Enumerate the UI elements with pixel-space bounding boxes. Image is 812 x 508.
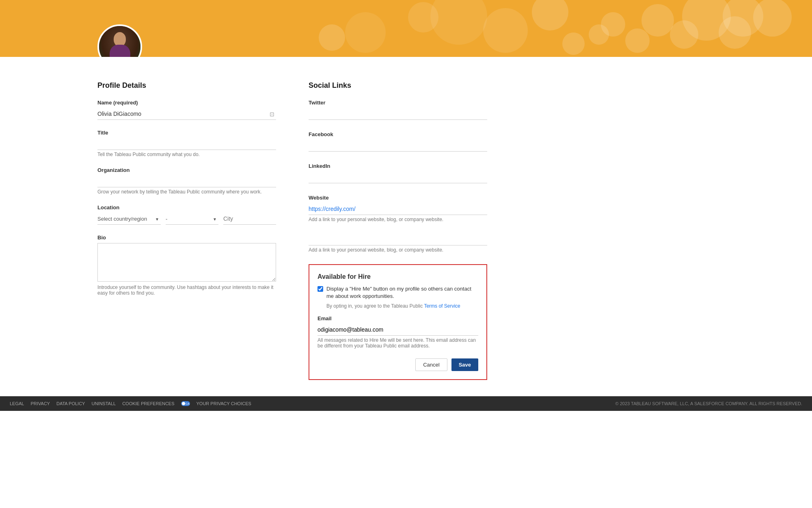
profile-details-title: Profile Details bbox=[97, 81, 276, 90]
website-label: Website bbox=[309, 195, 487, 201]
email-group: Email All messages related to Hire Me wi… bbox=[317, 315, 478, 349]
footer-uninstall[interactable]: UNINSTALL bbox=[91, 401, 116, 406]
twitter-group: Twitter bbox=[309, 100, 487, 120]
linkedin-label: LinkedIn bbox=[309, 163, 487, 169]
email-input[interactable] bbox=[317, 324, 478, 336]
website2-group: Add a link to your personal website, blo… bbox=[309, 234, 487, 253]
avatar-image bbox=[99, 26, 140, 57]
footer-privacy[interactable]: PRIVACY bbox=[30, 401, 50, 406]
footer-cookie-pref[interactable]: COOKIE PREFERENCES bbox=[122, 401, 174, 406]
title-label: Title bbox=[97, 130, 276, 136]
website2-hint: Add a link to your personal website, blo… bbox=[309, 247, 487, 253]
city-wrapper bbox=[223, 213, 276, 225]
region-wrapper: - ▼ bbox=[166, 213, 218, 225]
country-select[interactable]: Select country/region bbox=[97, 213, 161, 225]
cancel-button[interactable]: Cancel bbox=[415, 358, 447, 371]
org-hint: Grow your network by telling the Tableau… bbox=[97, 189, 276, 195]
svg-text:CA: CA bbox=[186, 402, 190, 405]
available-for-hire-box: Available for Hire Display a "Hire Me" b… bbox=[309, 264, 487, 380]
footer-links: LEGAL PRIVACY DATA POLICY UNINSTALL COOK… bbox=[10, 401, 251, 406]
clear-icon[interactable]: ⊡ bbox=[270, 111, 274, 117]
linkedin-input[interactable] bbox=[309, 172, 487, 183]
website2-input[interactable] bbox=[309, 234, 487, 245]
hire-checkbox-label: Display a "Hire Me" button on my profile… bbox=[326, 285, 478, 300]
name-input[interactable] bbox=[97, 108, 276, 120]
hire-actions: Cancel Save bbox=[317, 358, 478, 371]
email-hint: All messages related to Hire Me will be … bbox=[317, 337, 478, 349]
location-row: Select country/region ▼ - ▼ bbox=[97, 213, 276, 225]
hire-checkbox[interactable] bbox=[317, 286, 323, 292]
org-group: Organization Grow your network by tellin… bbox=[97, 167, 276, 195]
main-content: Profile Details Name (required) ⊡ Title … bbox=[0, 57, 812, 396]
social-links-title: Social Links bbox=[309, 81, 487, 90]
location-label: Location bbox=[97, 204, 276, 211]
twitter-label: Twitter bbox=[309, 100, 487, 106]
hire-checkbox-row: Display a "Hire Me" button on my profile… bbox=[317, 285, 478, 300]
region-select[interactable]: - bbox=[166, 213, 218, 225]
svg-point-1 bbox=[182, 402, 185, 405]
avatar-wrapper bbox=[97, 24, 142, 57]
name-group: Name (required) ⊡ bbox=[97, 100, 276, 120]
facebook-input[interactable] bbox=[309, 140, 487, 152]
footer-data-policy[interactable]: DATA POLICY bbox=[56, 401, 85, 406]
name-input-wrapper: ⊡ bbox=[97, 108, 276, 120]
bio-group: Bio Introduce yourself to the community.… bbox=[97, 234, 276, 296]
footer: LEGAL PRIVACY DATA POLICY UNINSTALL COOK… bbox=[0, 396, 812, 411]
website-hint: Add a link to your personal website, blo… bbox=[309, 217, 487, 222]
city-input[interactable] bbox=[223, 213, 276, 225]
hire-title: Available for Hire bbox=[317, 273, 478, 280]
country-wrapper: Select country/region ▼ bbox=[97, 213, 161, 225]
facebook-group: Facebook bbox=[309, 131, 487, 152]
org-label: Organization bbox=[97, 167, 276, 173]
name-label: Name (required) bbox=[97, 100, 276, 106]
header-banner bbox=[0, 0, 812, 57]
linkedin-group: LinkedIn bbox=[309, 163, 487, 183]
email-label: Email bbox=[317, 315, 478, 321]
avatar bbox=[97, 24, 142, 57]
privacy-icon: CA bbox=[181, 401, 190, 406]
save-button[interactable]: Save bbox=[451, 358, 478, 371]
twitter-input[interactable] bbox=[309, 108, 487, 120]
website-group: Website https://credily.com/ Add a link … bbox=[309, 195, 487, 222]
location-group: Location Select country/region ▼ - ▼ bbox=[97, 204, 276, 225]
facebook-label: Facebook bbox=[309, 131, 487, 137]
bio-textarea[interactable] bbox=[97, 243, 276, 282]
title-group: Title Tell the Tableau Public community … bbox=[97, 130, 276, 157]
hire-tos-text: By opting in, you agree to the Tableau P… bbox=[326, 303, 478, 309]
tos-link[interactable]: Terms of Service bbox=[424, 303, 460, 309]
org-input[interactable] bbox=[97, 176, 276, 187]
profile-details-section: Profile Details Name (required) ⊡ Title … bbox=[97, 81, 276, 380]
title-input[interactable] bbox=[97, 138, 276, 150]
footer-your-privacy[interactable]: YOUR PRIVACY CHOICES bbox=[197, 401, 251, 406]
website-value: https://credily.com/ bbox=[309, 203, 487, 215]
title-hint: Tell the Tableau Public community what y… bbox=[97, 152, 276, 157]
footer-legal[interactable]: LEGAL bbox=[10, 401, 24, 406]
bio-hint: Introduce yourself to the community. Use… bbox=[97, 284, 276, 296]
social-links-section: Social Links Twitter Facebook LinkedIn W… bbox=[309, 81, 487, 380]
footer-copyright: © 2023 TABLEAU SOFTWARE, LLC, A SALESFOR… bbox=[615, 401, 802, 406]
bio-label: Bio bbox=[97, 234, 276, 241]
